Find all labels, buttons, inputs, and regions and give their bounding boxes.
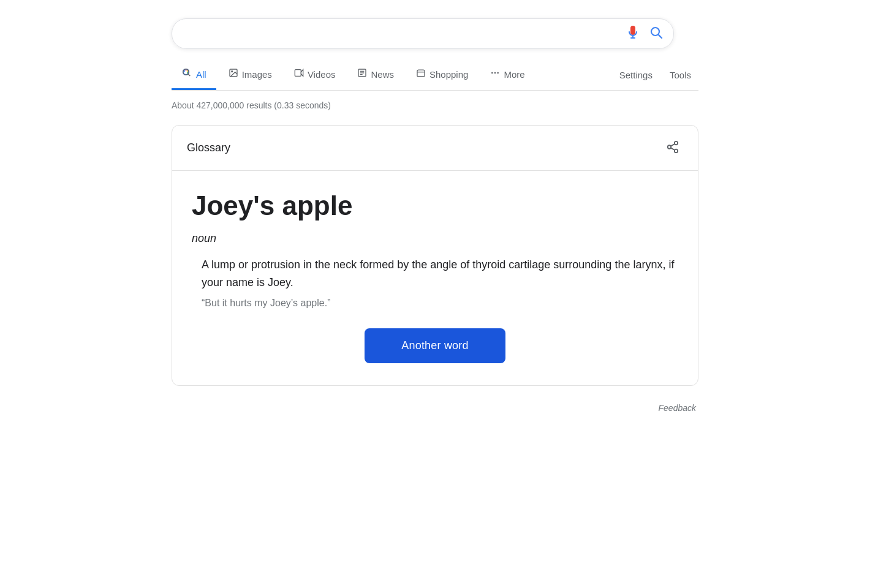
tab-news-label: News xyxy=(371,69,394,80)
tab-videos-label: Videos xyxy=(308,69,336,80)
svg-point-6 xyxy=(187,72,188,74)
svg-point-4 xyxy=(185,69,186,70)
another-word-button[interactable]: Another word xyxy=(365,328,505,363)
tab-images[interactable]: Images xyxy=(219,61,282,89)
tab-shopping-label: Shopping xyxy=(429,69,468,80)
svg-rect-9 xyxy=(295,70,301,77)
feedback-row: Feedback xyxy=(172,398,698,418)
svg-line-1 xyxy=(659,35,662,39)
svg-point-8 xyxy=(231,71,232,72)
tools-link[interactable]: Tools xyxy=(662,62,698,88)
tab-all[interactable]: All xyxy=(172,60,216,90)
tab-more-label: More xyxy=(504,69,524,80)
tab-all-label: All xyxy=(196,69,206,80)
shopping-icon xyxy=(416,68,426,80)
word-definition: A lump or protrusion in the neck formed … xyxy=(202,256,678,292)
svg-point-17 xyxy=(494,72,496,74)
svg-line-22 xyxy=(671,148,675,150)
tab-more[interactable]: More xyxy=(480,61,534,89)
glossary-card: Glossary Joey's apple noun A lump or pro… xyxy=(172,125,698,386)
videos-icon xyxy=(294,68,304,80)
tab-videos[interactable]: Videos xyxy=(284,61,346,89)
share-button[interactable] xyxy=(662,137,683,159)
search-icon[interactable] xyxy=(649,25,664,42)
news-icon xyxy=(357,68,367,80)
svg-line-23 xyxy=(671,144,675,146)
word-pos: noun xyxy=(192,232,678,245)
tab-images-label: Images xyxy=(242,69,272,80)
svg-point-3 xyxy=(184,70,185,72)
search-input[interactable]: friends glossary xyxy=(182,27,626,41)
word-example: “But it hurts my Joey’s apple.” xyxy=(202,298,678,309)
mic-icon[interactable] xyxy=(626,25,640,42)
nav-tabs: All Images Videos xyxy=(172,60,698,91)
svg-point-5 xyxy=(187,70,188,72)
svg-point-18 xyxy=(497,72,499,74)
more-dots-icon xyxy=(490,68,500,80)
feedback-link[interactable]: Feedback xyxy=(659,403,696,413)
tab-shopping[interactable]: Shopping xyxy=(406,61,478,89)
word-title: Joey's apple xyxy=(192,190,678,221)
all-search-icon xyxy=(181,67,192,81)
tab-news[interactable]: News xyxy=(347,61,404,89)
card-title: Glossary xyxy=(187,141,230,154)
card-body: Joey's apple noun A lump or protrusion i… xyxy=(172,171,698,385)
results-info: About 427,000,000 results (0.33 seconds) xyxy=(172,98,698,113)
svg-point-16 xyxy=(491,72,493,74)
images-icon xyxy=(229,68,238,80)
card-header: Glossary xyxy=(172,126,698,171)
search-bar: friends glossary xyxy=(172,18,674,49)
settings-link[interactable]: Settings xyxy=(612,62,660,88)
